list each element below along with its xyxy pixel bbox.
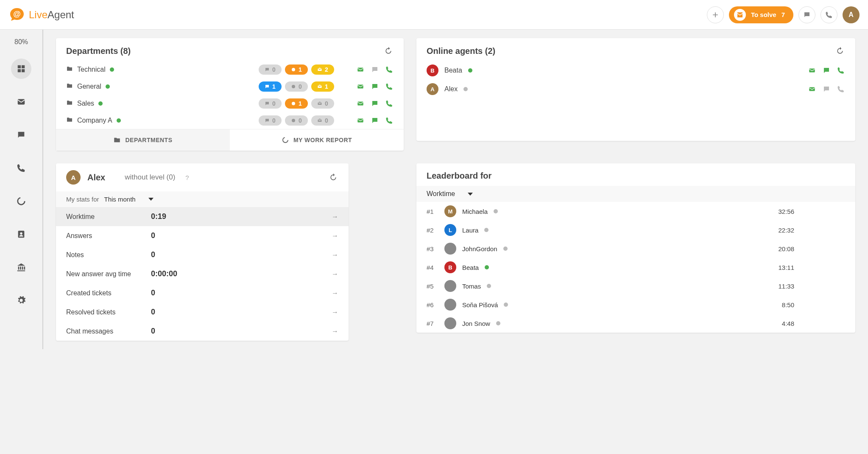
- add-button[interactable]: [707, 6, 724, 23]
- chat-action[interactable]: [371, 82, 379, 91]
- rank: #7: [427, 320, 438, 327]
- chat-action[interactable]: [371, 65, 379, 74]
- lb-avatar: [444, 299, 456, 311]
- status-dot: [110, 67, 114, 72]
- open-badge[interactable]: 2: [311, 64, 334, 75]
- sidebar-reports[interactable]: [11, 257, 31, 277]
- logo-icon: @: [8, 6, 25, 23]
- mail-action[interactable]: [808, 85, 816, 93]
- svg-rect-9: [357, 85, 363, 89]
- arrow-right-icon: →: [332, 270, 338, 278]
- chat-badge[interactable]: 1: [259, 81, 282, 92]
- chevron-down-icon: [148, 198, 154, 201]
- chat-badge[interactable]: 0: [259, 115, 282, 126]
- stat-row[interactable]: Notes 0 →: [56, 245, 349, 264]
- leaderboard-row[interactable]: #3 JohnGordon 20:08: [416, 239, 855, 258]
- svg-point-3: [18, 198, 25, 205]
- phone-action[interactable]: [837, 85, 845, 93]
- new-badge[interactable]: 0: [285, 115, 308, 126]
- mystats-filter: My stats for This month: [56, 191, 349, 207]
- tab-departments[interactable]: DEPARTMENTS: [56, 129, 230, 151]
- phone-button[interactable]: [821, 6, 837, 23]
- messages-button[interactable]: [798, 6, 815, 23]
- department-row[interactable]: General 1 0 1: [66, 78, 394, 95]
- sidebar-contacts[interactable]: [11, 224, 31, 244]
- stat-row[interactable]: New answer avg time 0:00:00 →: [56, 264, 349, 283]
- to-solve-button[interactable]: To solve 7: [729, 6, 793, 23]
- open-badge[interactable]: 1: [311, 81, 334, 92]
- lb-name: Tomas: [462, 283, 481, 290]
- sidebar-settings[interactable]: [11, 290, 31, 311]
- department-row[interactable]: Sales 0 1 0: [66, 95, 394, 112]
- leaderboard-row[interactable]: #5 Tomas 11:33: [416, 277, 855, 295]
- departments-refresh[interactable]: [383, 46, 394, 56]
- mystats-period-dropdown[interactable]: This month: [104, 196, 154, 203]
- svg-point-5: [20, 232, 22, 235]
- department-row[interactable]: Technical 0 1 2: [66, 61, 394, 78]
- logo-text: LiveAgent: [29, 9, 74, 21]
- sidebar-dashboard[interactable]: [11, 59, 31, 79]
- mail-action[interactable]: [808, 66, 816, 75]
- leaderboard-row[interactable]: #1 M Michaela 32:56: [416, 202, 855, 221]
- chat-action[interactable]: [822, 85, 831, 93]
- leaderboard-card: Leaderboard for Worktime #1 M Michaela 3…: [416, 163, 855, 333]
- rank: #6: [427, 301, 438, 308]
- chat-badge[interactable]: 0: [259, 98, 282, 109]
- mail-action[interactable]: [356, 65, 365, 74]
- chat-badge[interactable]: 0: [259, 64, 282, 75]
- status-dot: [117, 118, 121, 123]
- lb-time: 8:50: [782, 301, 794, 308]
- phone-action[interactable]: [385, 82, 394, 91]
- leaderboard-row[interactable]: #4 B Beata 13:11: [416, 258, 855, 277]
- agent-row[interactable]: B Beata: [416, 61, 855, 80]
- new-badge[interactable]: 1: [285, 64, 308, 75]
- top-header: @ LiveAgent To solve 7 A: [0, 0, 868, 30]
- new-badge[interactable]: 1: [285, 98, 308, 109]
- chat-action[interactable]: [822, 66, 831, 75]
- chat-action[interactable]: [371, 116, 379, 125]
- sidebar-mail[interactable]: [11, 92, 31, 112]
- refresh-icon: [384, 47, 393, 55]
- leaderboard-metric-dropdown[interactable]: Worktime: [427, 190, 845, 198]
- to-solve-label: To solve: [751, 11, 776, 18]
- sidebar-loading[interactable]: [11, 191, 31, 211]
- stat-row[interactable]: Resolved tickets 0 →: [56, 303, 349, 322]
- online-agents-title: Online agents (2): [427, 46, 495, 56]
- stat-label: Notes: [66, 251, 151, 259]
- help-icon[interactable]: ?: [185, 174, 189, 181]
- department-row[interactable]: Company A 0 0 0: [66, 112, 394, 129]
- departments-list: Technical 0 1 2 General 1 0 1: [56, 61, 404, 129]
- stat-row[interactable]: Worktime 0:19 →: [56, 207, 349, 226]
- stat-row[interactable]: Chat messages 0 →: [56, 322, 349, 341]
- mail-action[interactable]: [356, 82, 365, 91]
- stat-row[interactable]: Answers 0 →: [56, 226, 349, 245]
- refresh-icon: [329, 173, 338, 182]
- lb-name: Beata: [462, 264, 479, 271]
- leaderboard-row[interactable]: #2 L Laura 22:32: [416, 221, 855, 239]
- phone-action[interactable]: [385, 99, 394, 108]
- svg-rect-11: [357, 102, 363, 106]
- new-badge[interactable]: 0: [285, 81, 308, 92]
- leaderboard-row[interactable]: #7 Jon Snow 4:48: [416, 314, 855, 333]
- tab-mywork[interactable]: MY WORK REPORT: [230, 129, 404, 151]
- phone-action[interactable]: [385, 116, 394, 125]
- agent-row[interactable]: A Alex: [416, 80, 855, 98]
- online-agents-refresh[interactable]: [835, 46, 845, 56]
- open-badge[interactable]: 0: [311, 115, 334, 126]
- leaderboard-row[interactable]: #6 Soňa Pišová 8:50: [416, 295, 855, 314]
- chat-action[interactable]: [371, 99, 379, 108]
- open-badge[interactable]: 0: [311, 98, 334, 109]
- mail-action[interactable]: [356, 116, 365, 125]
- stat-row[interactable]: Created tickets 0 →: [56, 283, 349, 303]
- sidebar-phone[interactable]: [11, 158, 31, 178]
- phone-action[interactable]: [385, 65, 394, 74]
- stat-value: 0: [151, 231, 155, 240]
- bank-icon: [17, 263, 26, 272]
- sidebar-chat[interactable]: [11, 125, 31, 145]
- spinner-icon: [282, 136, 289, 144]
- mail-action[interactable]: [356, 99, 365, 108]
- mystats-refresh[interactable]: [328, 172, 338, 182]
- phone-action[interactable]: [837, 66, 845, 75]
- departments-tabs: DEPARTMENTS MY WORK REPORT: [56, 129, 404, 151]
- user-avatar[interactable]: A: [843, 6, 860, 23]
